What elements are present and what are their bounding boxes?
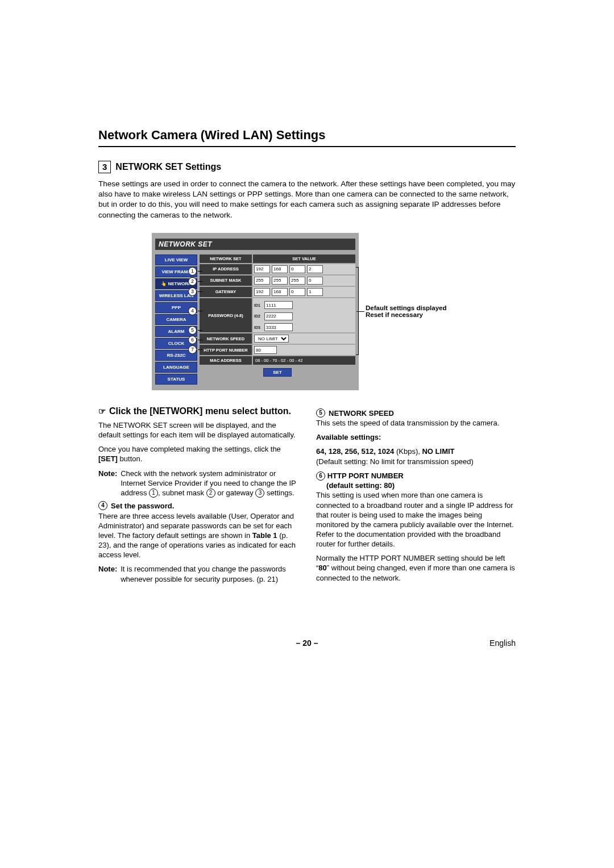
callout-7: 7 [188, 345, 197, 354]
right-column: 5 NETWORK SPEED This sets the speed of d… [316, 405, 516, 587]
right-p6b: Normally the HTTP PORT NUMBER setting sh… [316, 553, 516, 582]
callout-2: 2 [188, 277, 197, 286]
pw-id3-label: ID3 [254, 326, 264, 329]
action-heading: Click the [NETWORK] menu select button. [98, 405, 298, 417]
callout-column: 1 2 3 4 5 6 7 [188, 267, 202, 354]
network-speed-select[interactable]: NO LIMIT [254, 335, 289, 343]
subhead-5: 5 NETWORK SPEED [316, 408, 516, 418]
settings-form: 1 2 3 4 5 6 7 NETWORK SET SET VALUE IP A… [200, 254, 355, 385]
pw-id1-label: ID1 [254, 303, 264, 307]
left-column: Click the [NETWORK] menu select button. … [98, 405, 298, 587]
section-title: NETWORK SET Settings [115, 162, 221, 172]
gw-octet-3[interactable] [289, 288, 305, 296]
network-set-window: NETWORK SET LIVE VIEW VIEW FRAME 👆 NETWO… [152, 233, 359, 390]
subnet-mask-fields [253, 276, 355, 286]
ip-octet-2[interactable] [272, 265, 288, 273]
note-1: Note: Check with the network system admi… [98, 469, 298, 498]
sidebar-item-live-view[interactable]: LIVE VIEW [155, 254, 197, 265]
network-speed-field: NO LIMIT [253, 333, 355, 344]
pw-id1-input[interactable] [264, 301, 293, 309]
gw-octet-2[interactable] [272, 288, 288, 296]
window-title-bar: NETWORK SET [155, 239, 355, 250]
note-2: Note: It is recommended that you change … [98, 564, 298, 583]
label-subnet-mask: SUBNET MASK [200, 276, 252, 286]
subhead-6: 6 HTTP PORT NUMBER (default setting: 80) [316, 471, 516, 491]
http-port-field [253, 345, 355, 355]
label-ip-address: IP ADDRESS [200, 264, 252, 274]
section-heading: 3 NETWORK SET Settings [98, 161, 516, 173]
mask-octet-2[interactable] [272, 277, 288, 285]
mac-address-value: 08 - 00 - 70 - 02 - 00 - 42 [253, 356, 355, 365]
footer-language: English [489, 639, 516, 648]
left-p3: There are three access levels available … [98, 511, 298, 560]
callout-4: 4 [188, 307, 197, 315]
set-button[interactable]: SET [263, 368, 292, 377]
ip-octet-1[interactable] [254, 265, 270, 273]
gw-octet-4[interactable] [307, 288, 323, 296]
page-number: – 20 – [296, 639, 318, 648]
label-mac-address: MAC ADDRESS [200, 356, 252, 365]
http-port-input[interactable] [254, 346, 277, 354]
label-password: PASSWORD (4-8) [200, 298, 252, 333]
ip-address-fields [253, 264, 355, 274]
label-gateway: GATEWAY [200, 287, 252, 297]
callout-5: 5 [188, 326, 197, 335]
available-settings-label: Available settings: [316, 432, 516, 442]
col-header-value: SET VALUE [253, 254, 355, 263]
right-p6a: This setting is used when more than one … [316, 490, 516, 549]
ip-octet-3[interactable] [289, 265, 305, 273]
subhead-4: 4 Set the password. [98, 501, 298, 511]
label-network-speed: NETWORK SPEED [200, 333, 252, 344]
hand-pointer-icon [98, 405, 106, 417]
section-number-box: 3 [98, 161, 111, 173]
col-header-name: NETWORK SET [200, 254, 252, 263]
gw-octet-1[interactable] [254, 288, 270, 296]
figure-right-note: Default settings displayed Reset if nece… [366, 304, 462, 318]
bracket-icon [356, 267, 359, 355]
left-p1: The NETWORK SET screen will be displayed… [98, 420, 298, 440]
callout-6: 6 [188, 336, 197, 344]
callout-3: 3 [188, 287, 197, 296]
mask-octet-3[interactable] [289, 277, 305, 285]
page-title: Network Camera (Wired LAN) Settings [98, 128, 516, 147]
mask-octet-1[interactable] [254, 277, 270, 285]
password-fields: ID1 ID2 ID3 [253, 298, 355, 333]
mask-octet-4[interactable] [307, 277, 323, 285]
left-p2: Once you have completed making the setti… [98, 444, 298, 464]
pw-id3-input[interactable] [264, 323, 293, 331]
pw-id2-input[interactable] [264, 312, 293, 320]
ui-figure: NETWORK SET LIVE VIEW VIEW FRAME 👆 NETWO… [98, 233, 516, 390]
ip-octet-4[interactable] [307, 265, 323, 273]
gateway-fields [253, 287, 355, 297]
available-settings-values: 64, 128, 256, 512, 1024 (Kbps), NO LIMIT… [316, 446, 516, 466]
sidebar-item-status[interactable]: STATUS [155, 374, 197, 385]
page-footer: – 20 – English [98, 639, 516, 648]
label-http-port: HTTP PORT NUMBER [200, 345, 252, 355]
callout-1: 1 [188, 267, 197, 276]
sidebar-item-language[interactable]: LANGUAGE [155, 362, 197, 373]
pw-id2-label: ID2 [254, 314, 264, 318]
intro-paragraph: These settings are used in order to conn… [98, 179, 516, 220]
right-p5: This sets the speed of data transmission… [316, 418, 516, 428]
